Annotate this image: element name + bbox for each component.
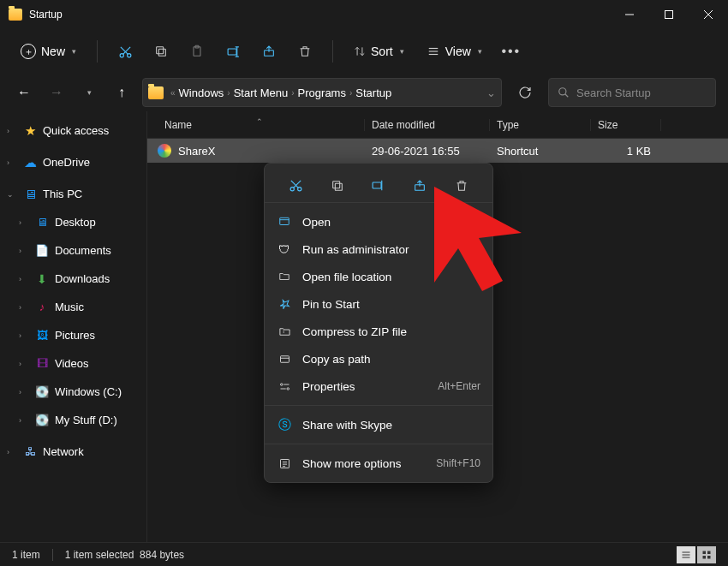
- svg-rect-27: [703, 556, 707, 559]
- sidebar-item-quick-access[interactable]: ›★Quick access: [0, 116, 146, 145]
- ctx-label: Open file location: [302, 271, 391, 283]
- ctx-compress[interactable]: Compress to ZIP file: [265, 318, 492, 345]
- sort-ascending-icon: ⌃: [256, 117, 263, 126]
- sidebar-item-windows-c[interactable]: ›💽Windows (C:): [0, 378, 146, 406]
- documents-icon: 📄: [34, 243, 50, 259]
- refresh-button[interactable]: [510, 78, 540, 107]
- column-header-date[interactable]: Date modified: [365, 119, 490, 131]
- recent-button[interactable]: ▾: [77, 80, 101, 104]
- crumb-windows[interactable]: Windows: [179, 86, 224, 99]
- ctx-rename-button[interactable]: [365, 172, 392, 200]
- svg-rect-9: [157, 47, 164, 54]
- search-icon: [558, 86, 570, 98]
- sidebar-item-documents[interactable]: ›📄Documents: [0, 236, 146, 265]
- context-menu: Open 🛡Run as administrator Open file loc…: [264, 163, 493, 483]
- view-toggle: [677, 546, 716, 563]
- sidebar-item-pictures[interactable]: ›🖼Pictures: [0, 321, 146, 349]
- ctx-properties[interactable]: PropertiesAlt+Enter: [265, 372, 492, 400]
- column-header-type[interactable]: Type: [490, 119, 591, 131]
- close-button[interactable]: [689, 0, 728, 29]
- copy-path-icon: [277, 353, 292, 366]
- icons-view-button[interactable]: [697, 546, 716, 563]
- details-view-button[interactable]: [677, 546, 695, 563]
- sidebar-item-network[interactable]: ›🖧Network: [0, 438, 146, 466]
- back-button[interactable]: ←: [12, 80, 36, 104]
- ctx-share-skype[interactable]: ⓢShare with Skype: [265, 411, 492, 438]
- more-button[interactable]: •••: [496, 36, 527, 67]
- ctx-delete-button[interactable]: [448, 172, 475, 200]
- ctx-pin-start[interactable]: Pin to Start: [265, 290, 492, 318]
- sidebar-item-label: OneDrive: [43, 156, 90, 169]
- sidebar-item-desktop[interactable]: ›🖥Desktop: [0, 208, 146, 236]
- ctx-show-more[interactable]: Show more optionsShift+F10: [265, 450, 492, 477]
- sidebar-item-videos[interactable]: ›🎞Videos: [0, 349, 146, 378]
- svg-rect-1: [665, 11, 673, 19]
- ctx-shortcut: Alt+Enter: [438, 380, 480, 392]
- status-selected: 1 item selected: [65, 549, 134, 561]
- videos-icon: 🎞: [34, 356, 50, 372]
- view-button[interactable]: View ▾: [418, 39, 491, 63]
- delete-button[interactable]: [289, 36, 320, 67]
- sidebar-item-onedrive[interactable]: ›☁OneDrive: [0, 148, 146, 176]
- sort-label: Sort: [371, 45, 393, 58]
- search-input[interactable]: Search Startup: [548, 78, 716, 107]
- window-folder-icon: [9, 9, 22, 21]
- paste-button[interactable]: [182, 36, 212, 67]
- sidebar-item-music[interactable]: ›♪Music: [0, 293, 146, 321]
- ctx-cut-button[interactable]: [282, 172, 309, 200]
- ctx-label: Run as administrator: [302, 243, 409, 256]
- ctx-open[interactable]: Open: [265, 208, 492, 235]
- address-bar[interactable]: « Windows › Start Menu › Programs › Star…: [142, 78, 502, 107]
- sort-button[interactable]: Sort ▾: [345, 39, 413, 63]
- copy-button[interactable]: [146, 36, 176, 67]
- toolbar: ＋ New ▾ Sort ▾ View ▾ •••: [0, 29, 728, 74]
- status-count: 1 item: [12, 549, 40, 561]
- forward-button[interactable]: →: [45, 80, 69, 104]
- crumb-startup[interactable]: Startup: [355, 86, 391, 99]
- minimize-button[interactable]: [610, 0, 649, 29]
- ctx-copy-button[interactable]: [324, 172, 351, 200]
- downloads-icon: ⬇: [34, 271, 50, 287]
- cut-button[interactable]: [110, 36, 140, 67]
- share-button[interactable]: [254, 36, 284, 67]
- sidebar-item-downloads[interactable]: ›⬇Downloads: [0, 265, 146, 293]
- ctx-label: Share with Skype: [302, 419, 392, 432]
- folder-icon: [148, 86, 164, 99]
- ctx-open-location[interactable]: Open file location: [265, 263, 492, 290]
- maximize-button[interactable]: [649, 0, 689, 29]
- desktop-icon: 🖥: [34, 215, 50, 230]
- music-icon: ♪: [34, 300, 50, 315]
- rename-button[interactable]: [218, 36, 248, 67]
- chevron-right-icon: ›: [349, 88, 352, 98]
- status-size: 884 bytes: [140, 549, 184, 561]
- sidebar-item-label: This PC: [43, 188, 82, 200]
- folder-open-icon: [277, 271, 292, 283]
- sort-icon: [354, 45, 366, 57]
- chevron-left-icon: «: [170, 88, 176, 98]
- ctx-label: Copy as path: [302, 353, 371, 366]
- up-button[interactable]: ↑: [110, 80, 134, 104]
- star-icon: ★: [22, 123, 38, 139]
- sidebar-item-my-stuff-d[interactable]: ›💽My Stuff (D:): [0, 406, 146, 434]
- column-header-name[interactable]: Name⌃: [147, 119, 365, 131]
- chevron-down-icon: ▾: [72, 47, 76, 56]
- sidebar-item-label: Network: [43, 445, 84, 458]
- crumb-programs[interactable]: Programs: [298, 86, 346, 99]
- new-button[interactable]: ＋ New ▾: [12, 39, 85, 64]
- svg-line-21: [565, 94, 569, 98]
- open-icon: [277, 216, 292, 228]
- search-placeholder: Search Startup: [576, 86, 651, 99]
- chevron-down-icon[interactable]: ⌄: [486, 86, 496, 99]
- crumb-start-menu[interactable]: Start Menu: [234, 86, 289, 99]
- pictures-icon: 🖼: [34, 328, 50, 343]
- pin-icon: [277, 298, 292, 311]
- svg-rect-12: [228, 48, 236, 54]
- ctx-share-button[interactable]: [406, 172, 433, 200]
- ctx-run-admin[interactable]: 🛡Run as administrator: [265, 235, 492, 263]
- column-headers: Name⌃ Date modified Type Size: [147, 111, 728, 139]
- ctx-copy-path[interactable]: Copy as path: [265, 345, 492, 372]
- sidebar-item-this-pc[interactable]: ⌄🖥This PC: [0, 180, 146, 208]
- file-row[interactable]: ShareX 29-06-2021 16:55 Shortcut 1 KB: [147, 139, 728, 163]
- sidebar-item-label: My Stuff (D:): [55, 414, 117, 426]
- column-header-size[interactable]: Size: [591, 119, 661, 131]
